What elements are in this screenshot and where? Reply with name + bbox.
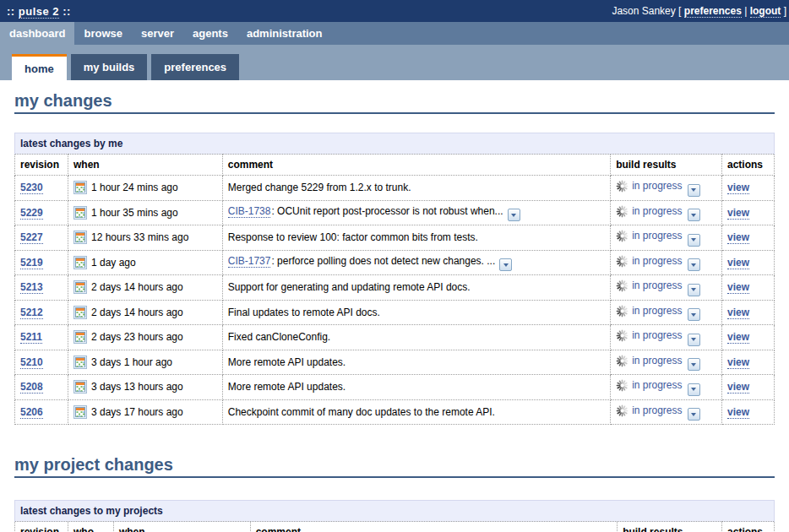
calendar-icon	[73, 231, 87, 244]
build-results-dropdown-button[interactable]	[688, 358, 700, 371]
table-row: 5230 1 hour 24 mins agoMerged change 522…	[15, 176, 775, 201]
build-results-dropdown-button[interactable]	[688, 234, 700, 247]
revision-link[interactable]: 5219	[20, 257, 43, 269]
view-link[interactable]: view	[727, 356, 749, 369]
in-progress-spinner-icon	[616, 355, 628, 367]
view-link[interactable]: view	[727, 307, 749, 319]
revision-link[interactable]: 5212	[20, 307, 43, 319]
chevron-down-icon	[691, 313, 696, 317]
table-row: 5208 3 days 13 hours agoMore remote API …	[15, 375, 775, 400]
calendar-icon	[73, 356, 87, 369]
comment-text: More remote API updates.	[228, 356, 346, 368]
comment-text: Fixed canCloneConfig.	[228, 331, 330, 343]
build-results-dropdown-button[interactable]	[688, 383, 700, 396]
comment-text: Final updates to remote API docs.	[228, 307, 380, 318]
tab-my-builds[interactable]: my builds	[71, 54, 148, 80]
build-results-dropdown-button[interactable]	[688, 284, 700, 296]
comment-expand-button[interactable]	[499, 258, 512, 271]
when-text: 2 days 14 hours ago	[91, 281, 183, 293]
comment-text: : OCUnit report post-processor is not ro…	[271, 205, 503, 217]
build-status-text: in progress	[632, 305, 682, 317]
view-link[interactable]: view	[727, 231, 749, 244]
comment-text: Response to review 100: factor common bi…	[228, 231, 478, 243]
my-project-changes-title: my project changes	[14, 455, 775, 478]
revision-link[interactable]: 5210	[20, 356, 43, 369]
nav-item-dashboard[interactable]: dashboard	[0, 22, 74, 45]
column-header-actions: actions	[722, 522, 775, 532]
when-text: 3 days 1 hour ago	[91, 356, 172, 368]
chevron-down-icon	[511, 214, 516, 217]
chevron-down-icon	[691, 214, 696, 217]
build-results-dropdown-button[interactable]	[688, 209, 700, 221]
table-row: 5210 3 days 1 hour agoMore remote API up…	[15, 350, 775, 375]
in-progress-spinner-icon	[616, 230, 628, 242]
chevron-down-icon	[691, 363, 696, 366]
revision-link[interactable]: 5230	[20, 182, 43, 194]
view-link[interactable]: view	[727, 281, 749, 294]
view-link[interactable]: view	[727, 207, 749, 220]
user-box: Jason Sankey [ preferences | logout ]	[612, 5, 786, 17]
calendar-icon	[73, 256, 87, 269]
build-results-dropdown-button[interactable]	[688, 184, 700, 197]
issue-link[interactable]: CIB-1737	[228, 255, 271, 268]
bracket-open: [	[678, 5, 681, 17]
revision-link[interactable]: 5211	[20, 331, 42, 344]
view-link[interactable]: view	[727, 182, 749, 194]
column-header-revision: revision	[15, 522, 68, 532]
build-status-text: in progress	[632, 379, 682, 391]
table-row: 5211 2 days 23 hours agoFixed canCloneCo…	[15, 325, 775, 350]
chevron-down-icon	[691, 388, 696, 391]
preferences-link[interactable]: preferences	[684, 5, 742, 18]
revision-link[interactable]: 5213	[20, 281, 43, 294]
build-results-dropdown-button[interactable]	[688, 258, 700, 271]
calendar-icon	[73, 380, 87, 394]
build-results-dropdown-button[interactable]	[688, 408, 700, 421]
in-progress-spinner-icon	[616, 329, 628, 342]
my-changes-table: latest changes by me revisionwhencomment…	[14, 133, 775, 425]
build-results-dropdown-button[interactable]	[688, 334, 700, 346]
nav-item-administration[interactable]: administration	[237, 22, 332, 45]
revision-link[interactable]: 5229	[20, 207, 43, 220]
tab-preferences[interactable]: preferences	[151, 54, 239, 80]
build-status-text: in progress	[632, 329, 682, 341]
chevron-down-icon	[691, 338, 696, 341]
when-text: 2 days 23 hours ago	[91, 331, 183, 343]
in-progress-spinner-icon	[616, 305, 628, 318]
calendar-icon	[73, 306, 87, 319]
build-results-dropdown-button[interactable]	[688, 308, 700, 321]
table-caption-row: latest changes by me	[15, 133, 775, 155]
comment-expand-button[interactable]	[508, 209, 520, 221]
nav-item-server[interactable]: server	[132, 22, 183, 45]
logout-link[interactable]: logout	[750, 5, 781, 18]
view-link[interactable]: view	[727, 331, 749, 344]
when-text: 1 day ago	[91, 257, 136, 269]
view-link[interactable]: view	[727, 257, 749, 269]
table-caption: latest changes by me	[20, 138, 122, 149]
issue-link[interactable]: CIB-1738	[228, 205, 271, 218]
when-text: 1 hour 35 mins ago	[91, 207, 178, 219]
view-link[interactable]: view	[727, 406, 749, 419]
tab-home[interactable]: home	[12, 54, 67, 80]
logo-prefix: ::	[7, 5, 15, 18]
table-row: 5219 1 day agoCIB-1737: perforce polling…	[15, 250, 775, 275]
in-progress-spinner-icon	[616, 280, 628, 292]
revision-link[interactable]: 5206	[20, 406, 43, 419]
build-status-text: in progress	[632, 404, 682, 416]
in-progress-spinner-icon	[616, 379, 628, 392]
column-header-build-results: build results	[611, 155, 722, 176]
table-caption: latest changes to my projects	[20, 505, 163, 517]
pulse-home-link[interactable]: pulse 2	[19, 5, 59, 19]
when-text: 3 days 17 hours ago	[91, 406, 183, 418]
revision-link[interactable]: 5227	[20, 231, 43, 244]
nav-item-browse[interactable]: browse	[74, 22, 132, 45]
sub-tabs: homemy buildspreferences	[0, 45, 789, 80]
build-status-text: in progress	[632, 230, 682, 242]
revision-link[interactable]: 5208	[20, 381, 43, 394]
comment-text: : perforce polling does not detect new c…	[271, 255, 495, 267]
view-link[interactable]: view	[727, 381, 749, 394]
build-status-text: in progress	[632, 280, 682, 291]
table-row: 5212 2 days 14 hours agoFinal updates to…	[15, 300, 775, 325]
nav-item-agents[interactable]: agents	[183, 22, 237, 45]
in-progress-spinner-icon	[616, 404, 628, 417]
calendar-icon	[73, 405, 87, 419]
